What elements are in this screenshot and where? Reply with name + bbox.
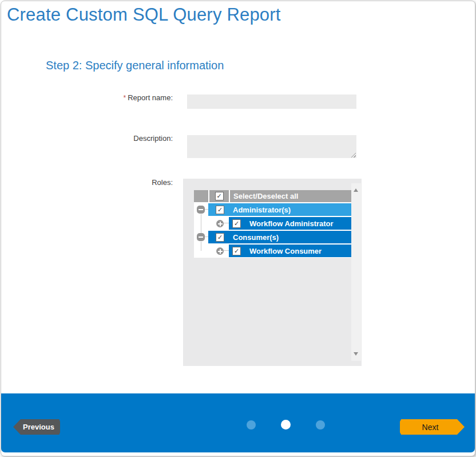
tree-header-checkbox-cell: ✓: [209, 190, 229, 202]
description-label: Description:: [58, 134, 173, 143]
tree-row-consumers[interactable]: ✓ Consumer(s): [208, 231, 351, 243]
report-name-label: *Report name:: [58, 93, 173, 102]
tree-header-label-cell: Select/Deselect all: [230, 190, 351, 202]
report-name-label-text: Report name:: [128, 93, 173, 102]
step-dot-3: [316, 420, 325, 430]
roles-panel: ✓ Select/Deselect all ✓ Administrator(s)…: [183, 179, 362, 366]
tree-row-label: Workflow Consumer: [249, 247, 322, 255]
report-name-input[interactable]: [187, 94, 356, 109]
row-checkbox[interactable]: ✓: [216, 206, 224, 214]
tree-connector-line: [224, 223, 229, 223]
description-field-wrap: [187, 135, 356, 158]
tree-row-workflow-administrator[interactable]: ✓ Workflow Administrator: [229, 217, 351, 230]
tree-header-expand-cell: [194, 190, 208, 202]
scrollbar-down-icon[interactable]: [354, 352, 358, 356]
expand-icon[interactable]: [216, 247, 224, 255]
required-marker: *: [124, 94, 126, 102]
tree-connector-line: [201, 214, 201, 233]
select-all-label: Select/Deselect all: [230, 192, 298, 200]
row-checkbox[interactable]: ✓: [232, 247, 241, 255]
row-checkbox[interactable]: ✓: [232, 219, 241, 228]
scrollbar-up-icon[interactable]: [354, 188, 358, 192]
tree-row-label: Consumer(s): [233, 233, 279, 242]
collapse-icon[interactable]: [197, 206, 205, 214]
tree-connector-line: [224, 250, 229, 251]
tree-row-administrators[interactable]: ✓ Administrator(s): [208, 203, 351, 216]
step-dot-1: [247, 420, 256, 430]
step-indicator: [247, 420, 325, 430]
roles-label: Roles:: [58, 178, 173, 187]
row-checkbox[interactable]: ✓: [216, 233, 224, 242]
tree-row-workflow-consumer[interactable]: ✓ Workflow Consumer: [229, 245, 351, 257]
description-textarea[interactable]: [187, 135, 356, 158]
tree-row-label: Administrator(s): [233, 206, 291, 214]
tree-connector-line: [201, 242, 201, 251]
step-dot-2-current: [281, 420, 291, 430]
wizard-footer: Previous Next: [1, 393, 475, 452]
wizard-window: Create Custom SQL Query Report Step 2: S…: [1, 1, 475, 456]
page-title: Create Custom SQL Query Report: [7, 5, 281, 25]
tree-row-label: Workflow Administrator: [249, 219, 334, 228]
next-button[interactable]: Next: [400, 419, 465, 435]
step-heading: Step 2: Specify general information: [46, 59, 224, 72]
previous-button[interactable]: Previous: [13, 419, 60, 435]
collapse-icon[interactable]: [197, 233, 205, 241]
roles-scrollbar[interactable]: [351, 183, 361, 361]
select-all-checkbox[interactable]: ✓: [215, 192, 224, 200]
expand-icon[interactable]: [216, 220, 224, 227]
